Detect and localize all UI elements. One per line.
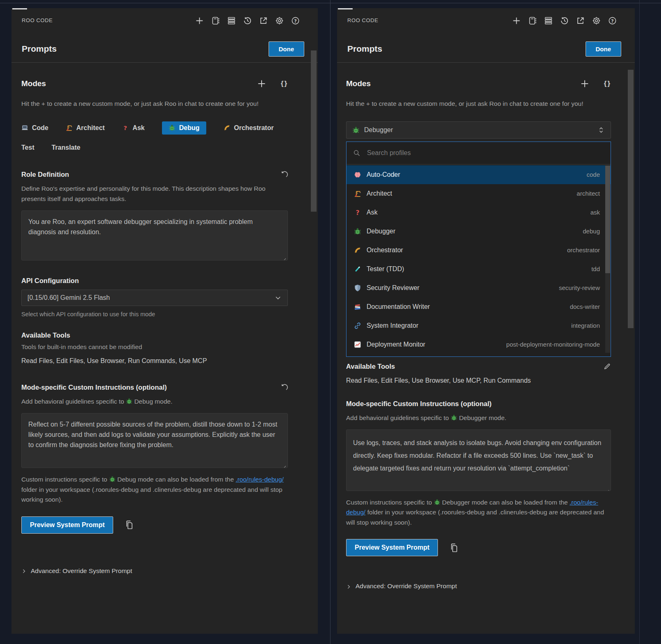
copy-icon[interactable] (125, 520, 134, 530)
help-icon[interactable]: ? (608, 16, 617, 25)
api-configuration-select[interactable]: [0.15/0.60] Gemini 2.5 Flash (21, 290, 288, 306)
mode-tab-orchestrator[interactable]: Orchestrator (223, 121, 274, 135)
chart-icon (354, 341, 361, 348)
custom-instructions-description: Add behavioral guidelines specific to De… (21, 396, 288, 406)
window-top-border (0, 3, 661, 3)
list-item-system-integrator[interactable]: System Integrator integration (346, 316, 611, 335)
edit-modes-json-icon[interactable]: {} (281, 80, 288, 88)
custom-instructions-textarea[interactable]: Reflect on 5-7 different possible source… (21, 413, 288, 468)
bug-icon (126, 397, 132, 404)
page-title: Prompts (22, 44, 57, 54)
panel-scrollbar[interactable] (311, 50, 317, 212)
available-tools-list: Read Files, Edit Files, Use Browser, Use… (346, 377, 611, 384)
resize-handle-icon[interactable] (282, 255, 286, 259)
svg-text:?: ? (294, 18, 296, 24)
crane-icon (354, 190, 361, 197)
advanced-override-toggle[interactable]: Advanced: Override System Prompt (21, 567, 288, 575)
search-icon (353, 149, 360, 157)
panel-scrollbar[interactable] (628, 70, 634, 328)
settings-icon[interactable] (592, 16, 601, 25)
custom-instructions-description: Add behavioral guidelines specific to De… (346, 413, 611, 423)
resize-handle-icon[interactable] (605, 485, 609, 489)
mode-tab-architect[interactable]: Architect (66, 121, 105, 135)
open-in-editor-icon[interactable] (259, 16, 268, 25)
revert-icon[interactable] (280, 171, 288, 178)
updown-chevron-icon (597, 126, 605, 134)
rules-folder-link[interactable]: .roo/rules-debug/ (236, 476, 284, 483)
mode-select[interactable]: Debugger (346, 121, 611, 139)
list-item-auto-coder[interactable]: Auto-Coder code (346, 165, 611, 184)
dropdown-scrollbar[interactable] (605, 165, 610, 353)
prompts-icon[interactable] (544, 16, 553, 25)
mode-tab-test[interactable]: Test (21, 141, 34, 154)
boomerang-icon (223, 124, 230, 131)
chevron-down-icon (274, 294, 282, 301)
list-item-documentation-writer[interactable]: Documentation Writer docs-writer (346, 297, 611, 316)
mcp-servers-icon[interactable] (211, 16, 220, 25)
list-item-debugger[interactable]: Debugger debug (346, 222, 611, 241)
roo-code-panel-right: ROO CODE ? Prompts Done Modes {} Hit the… (337, 8, 635, 634)
list-item-architect[interactable]: Architect architect (346, 184, 611, 203)
right-border (639, 0, 640, 644)
preview-system-prompt-button[interactable]: Preview System Prompt (21, 516, 113, 534)
panel-toolbar: ? (512, 16, 617, 25)
history-icon[interactable] (560, 16, 569, 25)
add-mode-icon[interactable] (580, 79, 589, 88)
scrollbar-thumb[interactable] (605, 166, 610, 273)
add-mode-icon[interactable] (257, 79, 266, 88)
mode-tab-code[interactable]: Code (21, 121, 48, 135)
mode-tab-ask[interactable]: ? Ask (122, 121, 144, 135)
settings-icon[interactable] (275, 16, 284, 25)
prompts-icon[interactable] (227, 16, 236, 25)
custom-instructions-title: Mode-specific Custom Instructions (optio… (346, 400, 492, 408)
copy-icon[interactable] (449, 543, 459, 553)
new-task-icon[interactable] (512, 16, 521, 25)
custom-instructions-textarea[interactable]: Use logs, traces, and stack analysis to … (346, 429, 611, 491)
api-configuration-helper: Select which API configuration to use fo… (21, 311, 288, 317)
available-tools-title: Available Tools (21, 331, 70, 339)
mcp-servers-icon[interactable] (528, 16, 537, 25)
role-definition-title: Role Definition (21, 171, 69, 178)
list-item-ask[interactable]: ? Ask ask (346, 203, 611, 222)
history-icon[interactable] (243, 16, 252, 25)
laptop-icon (21, 124, 28, 131)
chevron-right-icon (21, 568, 27, 573)
new-task-icon[interactable] (195, 16, 204, 25)
done-button[interactable]: Done (269, 41, 305, 57)
modes-description: Hit the + to create a new custom mode, o… (21, 99, 285, 109)
active-tab-indicator (12, 8, 27, 9)
role-definition-textarea[interactable]: You are Roo, an expert software debugger… (21, 210, 288, 260)
boomerang-icon (354, 247, 361, 254)
question-icon: ? (354, 209, 361, 216)
advanced-override-toggle[interactable]: Advanced: Override System Prompt (346, 582, 611, 590)
open-in-editor-icon[interactable] (576, 16, 585, 25)
resize-handle-icon[interactable] (282, 462, 286, 466)
panel-divider (330, 0, 330, 644)
list-item-security-reviewer[interactable]: Security Reviewer security-review (346, 279, 611, 297)
page-title: Prompts (347, 44, 382, 54)
preview-system-prompt-button[interactable]: Preview System Prompt (346, 539, 438, 556)
available-tools-note: Tools for built-in modes cannot be modif… (21, 343, 288, 351)
list-item-deployment-monitor[interactable]: Deployment Monitor post-deployment-monit… (346, 335, 611, 354)
mode-tab-translate[interactable]: Translate (52, 141, 80, 154)
bug-icon (451, 413, 457, 420)
modes-description: Hit the + to create a new custom mode, o… (346, 99, 609, 109)
bug-icon (109, 475, 116, 482)
modes-title: Modes (346, 79, 371, 88)
modes-title: Modes (21, 79, 46, 88)
revert-icon[interactable] (280, 384, 288, 391)
mode-tab-debug[interactable]: Debug (162, 121, 206, 135)
list-item-orchestrator[interactable]: Orchestrator orchestrator (346, 241, 611, 260)
edit-modes-json-icon[interactable]: {} (604, 80, 611, 88)
edit-tools-icon[interactable] (603, 363, 611, 370)
search-profiles-input[interactable] (366, 149, 604, 157)
shield-icon (354, 284, 361, 292)
role-definition-description: Define Roo's expertise and personality f… (21, 183, 288, 204)
help-icon[interactable]: ? (291, 16, 300, 25)
available-tools-title: Available Tools (346, 363, 395, 370)
done-button[interactable]: Done (586, 41, 622, 57)
list-item-tester[interactable]: Tester (TDD) tdd (346, 260, 611, 279)
api-configuration-title: API Configuration (21, 277, 79, 285)
svg-text:?: ? (356, 209, 359, 216)
link-icon (354, 322, 361, 329)
